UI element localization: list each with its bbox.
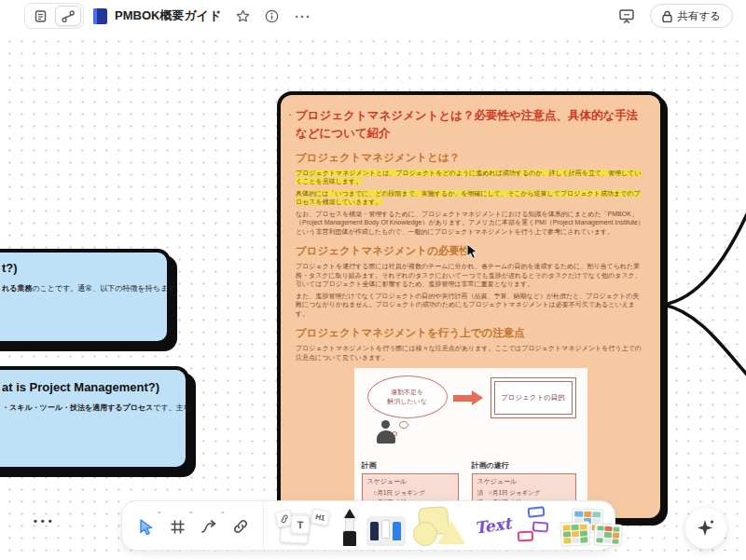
link-icon xyxy=(232,518,249,535)
schedule-item-text: ○月1日 ジョギング xyxy=(489,489,541,496)
card-title-text: プロジェクトマネジメントとは？必要性や注意点、具体的な手法などについて紹介 xyxy=(296,109,638,140)
template-tile-front xyxy=(560,521,590,547)
connector-tool[interactable]: ⌃ xyxy=(193,501,225,552)
top-bar: PMBOK概要ガイド ⋯ 共有する xyxy=(0,0,746,32)
pencil-shaft-icon xyxy=(345,518,354,531)
link-tool[interactable] xyxy=(225,501,256,552)
goal-label: プロジェクトの目的 xyxy=(494,381,573,415)
mind-map-icon xyxy=(62,10,75,22)
connector-icon xyxy=(200,519,217,535)
arrow-icon xyxy=(472,390,483,405)
sparkle-icon xyxy=(696,518,716,539)
pencil-base-icon xyxy=(343,531,356,546)
flow-box-blue-icon xyxy=(527,506,545,518)
marker-blue-icon xyxy=(393,522,401,540)
heading-tile[interactable]: H1 xyxy=(311,508,331,526)
plan-label: 計画 xyxy=(362,460,377,471)
info-icon[interactable] xyxy=(265,9,279,23)
paragraph: なお、プロセスを構築・管理するために、プロジェクトマネジメントにおける知識を体系… xyxy=(296,210,645,237)
paragraph: プロジェクトを遂行する際には社員が複数のチームに分かれ、各チームの目的を達成する… xyxy=(296,262,645,289)
highlighted-text: 具体的には「いつまでに、どの段階まで、実施するか」を明確にして、そこから逆算して… xyxy=(296,190,641,206)
text-tile[interactable]: T xyxy=(291,515,311,535)
app-window: t?) れる業務のことです。通常、以下の特徴を持ちます。 at is Proje… xyxy=(0,0,746,560)
title-bullet: ・ xyxy=(286,110,294,121)
schedule-title: スケジュール xyxy=(477,477,571,486)
select-cursor-icon xyxy=(138,518,154,536)
section-heading-what-is: プロジェクトマネジメントとは？ xyxy=(296,151,645,165)
text-tool-label: Text xyxy=(474,513,513,537)
share-button-label: 共有する xyxy=(677,9,721,23)
document-view-button[interactable] xyxy=(27,6,53,26)
embedded-diagram-image[interactable]: 運動不足を 解消したいな プロジェクトの目的 計画 計画の遂行 スケジュール ○… xyxy=(354,368,587,522)
flow-box-purple-icon xyxy=(532,521,549,532)
document-icon xyxy=(35,10,47,22)
note-card-project[interactable] xyxy=(0,249,171,345)
toolbar-divider xyxy=(263,501,264,552)
note-card-body: ・スキル・ツール・技法を適用するプロセスです。主な xyxy=(2,403,191,413)
triangle-shape-icon xyxy=(437,520,465,544)
template-tile-right xyxy=(593,523,623,547)
bottom-toolbar: ⌃ ⌃ ⌃ xyxy=(121,500,615,551)
person-icon xyxy=(377,430,395,444)
note-body-bold: れる業務 xyxy=(2,284,32,293)
board-view-button[interactable] xyxy=(55,6,81,26)
ai-assistant-button[interactable] xyxy=(685,508,726,549)
thought-text-line1: 運動不足を xyxy=(391,389,423,395)
schedule-title: スケジュール xyxy=(367,477,453,486)
schedule-item: 済○月1日 ジョギング xyxy=(477,488,571,498)
paragraph: また、進捗管理だけでなくプロジェクトの目的や実行計画（品質、予算、納期など）が杜… xyxy=(296,292,645,319)
frame-icon xyxy=(170,519,186,535)
card-title: ・ プロジェクトマネジメントとは？必要性や注意点、具体的な手法などについて紹介 xyxy=(296,107,645,143)
present-button[interactable] xyxy=(618,8,635,24)
mouse-cursor xyxy=(465,243,480,260)
view-toggle xyxy=(24,3,84,29)
flow-box-pink-icon xyxy=(518,531,534,542)
presentation-icon xyxy=(618,8,635,24)
thought-text-line2: 解消したいな xyxy=(387,398,427,404)
marker-dark-icon xyxy=(370,522,379,540)
person-icon xyxy=(381,420,390,429)
paragraph: プロジェクトマネジメントを行う際には様々な注意点があります。ここではプロジェクト… xyxy=(296,344,645,362)
frame-tool[interactable]: ⌃ xyxy=(161,501,193,552)
circle-shape-icon xyxy=(413,522,437,546)
note-body-rest: のことです。通常、以下の特徴を持ちます。 xyxy=(32,284,183,293)
pencil-tip-icon xyxy=(344,509,355,518)
note-body-bold: ・スキル・ツール・技法を適用するプロセス xyxy=(2,403,153,412)
execution-label: 計画の遂行 xyxy=(472,460,509,471)
select-tool[interactable]: ⌃ xyxy=(130,501,161,552)
canvas-more-button[interactable]: ••• xyxy=(34,515,56,526)
cloud-bump xyxy=(399,421,408,429)
note-card-title: at is Project Management?) xyxy=(2,380,159,394)
more-options-icon[interactable]: ⋯ xyxy=(294,8,311,24)
highlighted-text: プロジェクトマネジメントとは、プロジェクトをどのように進めれば成功するのか、詳し… xyxy=(296,170,642,185)
link-icon xyxy=(278,512,289,524)
goal-box: プロジェクトの目的 xyxy=(490,377,576,418)
paragraph: 具体的には「いつまでに、どの段階まで、実施するか」を明確にして、そこから逆算して… xyxy=(296,189,645,207)
done-mark: 済 xyxy=(477,489,490,496)
arrow-icon xyxy=(453,395,472,402)
paragraph: プロジェクトマネジメントとは、プロジェクトをどのように進めれば成功するのか、詳し… xyxy=(296,169,645,186)
favorite-star-icon[interactable] xyxy=(236,9,250,23)
section-heading-cautions: プロジェクトマネジメントを行う上での注意点 xyxy=(296,326,645,340)
lock-icon xyxy=(662,10,672,22)
share-button[interactable]: 共有する xyxy=(650,4,733,28)
marker-white-icon xyxy=(381,520,390,539)
page-title[interactable]: PMBOK概要ガイド xyxy=(115,7,221,24)
thought-cloud: 運動不足を 解消したいな xyxy=(367,376,448,418)
note-body-rest: です。主な xyxy=(153,403,191,412)
main-document-card[interactable]: ・ プロジェクトマネジメントとは？必要性や注意点、具体的な手法などについて紹介 … xyxy=(277,91,664,522)
notebook-icon xyxy=(93,8,107,24)
note-card-body: れる業務のことです。通常、以下の特徴を持ちます。 xyxy=(2,283,183,294)
schedule-item: ○月1日 ジョギング xyxy=(367,488,453,498)
note-card-title: t?) xyxy=(2,261,18,275)
